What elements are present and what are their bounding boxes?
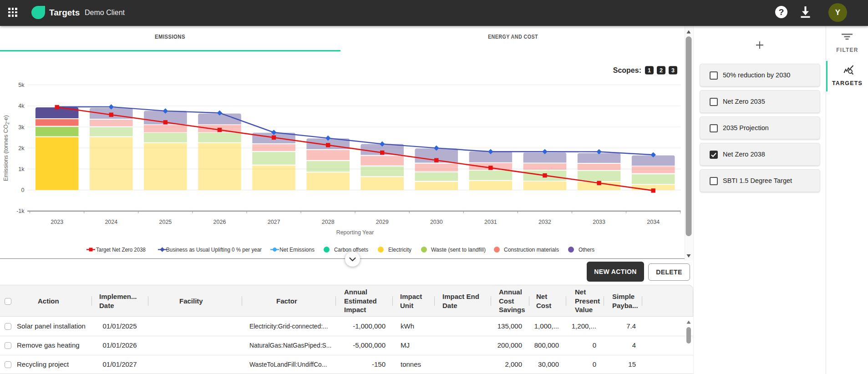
svg-text:2025: 2025 <box>159 219 172 225</box>
svg-text:Emissions (tonnes CO2-e): Emissions (tonnes CO2-e) <box>2 115 10 181</box>
svg-text:Business as Usual Uplifting 0: Business as Usual Uplifting 0 % per year <box>166 246 262 253</box>
svg-text:ENERGY AND COST: ENERGY AND COST <box>488 33 538 40</box>
svg-text:3: 3 <box>671 67 675 74</box>
svg-text:2031: 2031 <box>484 219 497 225</box>
svg-text:2030: 2030 <box>430 219 443 225</box>
svg-text:1k: 1k <box>18 166 25 172</box>
svg-text:3k: 3k <box>18 124 25 131</box>
svg-text:4k: 4k <box>18 103 25 109</box>
svg-text:2k: 2k <box>18 145 25 152</box>
svg-text:Scopes:: Scopes: <box>613 66 641 74</box>
svg-text:2033: 2033 <box>593 219 605 225</box>
svg-text:1: 1 <box>648 67 651 74</box>
svg-text:2034: 2034 <box>647 219 660 225</box>
svg-text:2: 2 <box>660 67 663 74</box>
svg-text:Reporting Year: Reporting Year <box>336 229 374 236</box>
svg-text:2032: 2032 <box>538 219 551 225</box>
svg-text:2026: 2026 <box>213 219 226 225</box>
svg-text:2024: 2024 <box>105 219 117 225</box>
svg-text:Construction materials: Construction materials <box>504 246 559 253</box>
svg-text:Electricity: Electricity <box>388 246 411 253</box>
svg-text:5k: 5k <box>18 82 25 88</box>
svg-text:Others: Others <box>579 246 594 253</box>
svg-text:2027: 2027 <box>268 219 280 225</box>
svg-text:Target Net Zero 2038: Target Net Zero 2038 <box>96 246 146 253</box>
svg-text:2023: 2023 <box>51 219 63 225</box>
svg-text:-1k: -1k <box>16 208 25 214</box>
svg-text:2029: 2029 <box>376 219 389 225</box>
svg-text:0: 0 <box>21 187 25 193</box>
svg-text:Waste (sent to landfill): Waste (sent to landfill) <box>431 246 486 253</box>
svg-text:2028: 2028 <box>322 219 335 225</box>
svg-text:EMISSIONS: EMISSIONS <box>155 33 185 40</box>
svg-text:Net Emissions: Net Emissions <box>279 246 315 253</box>
